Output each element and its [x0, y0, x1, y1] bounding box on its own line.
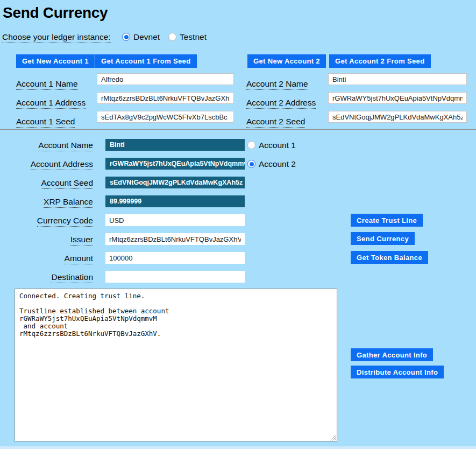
get-account2-from-seed-button[interactable]: Get Account 2 From Seed: [329, 54, 431, 68]
get-token-balance-button[interactable]: Get Token Balance: [351, 251, 428, 264]
amount-label: Amount: [0, 254, 93, 264]
account-seed-value: sEdVNtGoqjJMW2gPLKdVdaMwKgXAh5z: [105, 177, 245, 188]
amount-field[interactable]: [105, 252, 245, 264]
issuer-field[interactable]: [105, 233, 245, 245]
account1-radio-label[interactable]: Account 1: [259, 141, 296, 150]
currency-code-field[interactable]: [105, 214, 245, 226]
account2-radio-label[interactable]: Account 2: [259, 159, 296, 169]
send-currency-page: Send Currency Choose your ledger instanc…: [0, 0, 476, 449]
testnet-radio[interactable]: [168, 33, 176, 41]
testnet-radio-label[interactable]: Testnet: [180, 32, 207, 42]
gather-account-info-button[interactable]: Gather Account Info: [351, 348, 433, 361]
currency-code-label: Currency Code: [0, 216, 93, 227]
results-log[interactable]: Connected. Creating trust line. Trustlin…: [15, 289, 337, 441]
page-bottom-strip: [0, 446, 476, 449]
account2-name-field[interactable]: [328, 73, 467, 85]
account1-name-field[interactable]: [97, 73, 234, 85]
account1-radio[interactable]: [247, 141, 255, 149]
account-name-value: Binti: [105, 139, 245, 151]
account1-name-label: Account 1 Name: [16, 79, 78, 90]
destination-field[interactable]: [105, 271, 245, 283]
devnet-radio[interactable]: [122, 33, 130, 41]
distribute-account-info-button[interactable]: Distribute Account Info: [351, 366, 444, 378]
xrp-balance-value: 89.999999: [105, 195, 245, 207]
ledger-instance-label: Choose your ledger instance:: [2, 32, 111, 43]
xrp-balance-label: XRP Balance: [0, 197, 93, 208]
account2-name-label: Account 2 Name: [246, 79, 308, 90]
send-currency-button[interactable]: Send Currency: [351, 232, 415, 245]
create-trust-line-button[interactable]: Create Trust Line: [351, 214, 423, 227]
account1-seed-label: Account 1 Seed: [16, 117, 75, 128]
page-title: Send Currency: [3, 4, 108, 22]
account1-address-field[interactable]: [97, 92, 234, 104]
account-address-value: rGWRaWY5jst7hUxQEuApia5VtNpVdqmmvM: [105, 158, 245, 170]
get-new-account2-button[interactable]: Get New Account 2: [247, 54, 326, 68]
issuer-label: Issuer: [0, 235, 93, 245]
account1-address-label: Account 1 Address: [16, 98, 86, 109]
account-address-label: Account Address: [0, 159, 93, 170]
section-divider: [0, 129, 476, 130]
account-seed-label: Account Seed: [0, 178, 93, 189]
devnet-radio-label[interactable]: Devnet: [133, 32, 160, 42]
account-name-label: Account Name: [0, 141, 93, 151]
account2-address-field[interactable]: [328, 92, 467, 104]
get-new-account1-button[interactable]: Get New Account 1: [16, 54, 95, 68]
account2-radio[interactable]: [247, 160, 255, 168]
account2-seed-field[interactable]: [328, 111, 467, 123]
account2-seed-label: Account 2 Seed: [246, 117, 305, 128]
destination-label: Destination: [0, 272, 93, 283]
account1-seed-field[interactable]: [97, 111, 234, 123]
get-account1-from-seed-button[interactable]: Get Account 1 From Seed: [95, 54, 197, 68]
account2-address-label: Account 2 Address: [246, 98, 316, 109]
